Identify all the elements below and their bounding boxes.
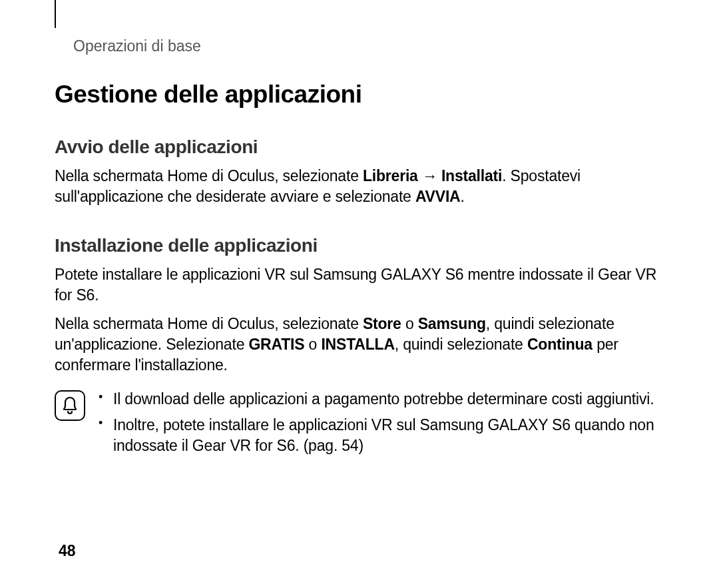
page-content: Operazioni di base Gestione delle applic… — [55, 0, 674, 461]
note-bell-icon — [55, 390, 85, 421]
section-2-paragraph-1: Potete installare le applicazioni VR sul… — [55, 264, 674, 306]
text: . — [461, 188, 465, 205]
section-2-heading: Installazione delle applicazioni — [55, 235, 674, 256]
text: Nella schermata Home di Oculus, selezion… — [55, 315, 363, 332]
note-block: Il download delle applicazioni a pagamen… — [55, 389, 674, 461]
label-continue: Continua — [527, 336, 593, 353]
page-title: Gestione delle applicazioni — [55, 81, 674, 109]
label-installed: Installati — [441, 167, 502, 184]
section-2-paragraph-2: Nella schermata Home di Oculus, selezion… — [55, 314, 674, 376]
note-item-2: Inoltre, potete installare le applicazio… — [99, 415, 674, 456]
section-1-paragraph: Nella schermata Home di Oculus, selezion… — [55, 166, 674, 207]
note-list: Il download delle applicazioni a pagamen… — [99, 389, 674, 461]
text: o — [401, 315, 418, 332]
text: Nella schermata Home di Oculus, selezion… — [55, 167, 363, 184]
label-free: GRATIS — [248, 336, 304, 353]
note-item-1: Il download delle applicazioni a pagamen… — [99, 389, 674, 410]
arrow: → — [418, 167, 441, 184]
running-header: Operazioni di base — [55, 0, 674, 55]
label-samsung: Samsung — [418, 315, 486, 332]
label-install: INSTALLA — [321, 336, 394, 353]
text: o — [304, 336, 321, 353]
label-start: AVVIA — [415, 188, 461, 205]
section-1-heading: Avvio delle applicazioni — [55, 137, 674, 158]
page-number: 48 — [59, 542, 76, 560]
label-library: Libreria — [363, 167, 418, 184]
label-store: Store — [363, 315, 401, 332]
text: , quindi selezionate — [395, 336, 527, 353]
